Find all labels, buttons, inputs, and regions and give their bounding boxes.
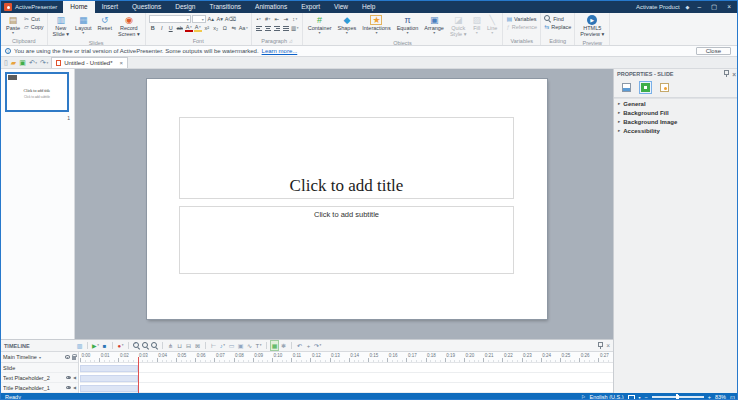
delete-range-button[interactable]: ⊠ <box>194 341 201 350</box>
audio-button[interactable]: ♪▾ <box>219 341 226 350</box>
font-color-button[interactable]: A▾ <box>185 24 193 32</box>
playhead[interactable] <box>138 357 139 394</box>
bullets-button[interactable]: •▾ <box>255 15 263 23</box>
tab-home[interactable]: Home <box>63 1 94 13</box>
add-animation-button[interactable]: + <box>305 341 312 350</box>
font-family-combo[interactable]: ▾ <box>149 15 191 23</box>
tab-insert[interactable]: Insert <box>95 1 125 13</box>
shrink-font-button[interactable]: A▾ <box>216 15 224 23</box>
document-tab[interactable]: Untitled - Untitled* × <box>51 57 128 68</box>
eye-icon[interactable] <box>66 386 71 390</box>
character-spacing-button[interactable]: ⇋ <box>230 24 238 32</box>
timeline-row-title-placeholder-1[interactable]: Title Placeholder_1◀ <box>1 383 78 393</box>
tab-design[interactable]: Design <box>168 1 202 13</box>
container-button[interactable]: #Container▾ <box>306 14 334 36</box>
bold-button[interactable]: B <box>149 24 157 32</box>
underline-button[interactable]: U <box>167 24 175 32</box>
section-background-image[interactable]: ▸Background Image <box>614 117 738 126</box>
open-document-button[interactable]: ▰ <box>11 59 16 66</box>
columns-button[interactable]: ▥▾ <box>291 24 299 32</box>
reset-button[interactable]: ↺Reset <box>96 14 114 32</box>
tab-transitions[interactable]: Transitions <box>202 1 248 13</box>
zoom-out-button[interactable]: − <box>645 394 648 400</box>
dialog-launcher-icon[interactable]: ◿ <box>289 37 292 45</box>
align-justify-button[interactable] <box>282 24 290 32</box>
tab-view[interactable]: View <box>327 1 355 13</box>
paste-button[interactable]: ▤Paste▾ <box>4 14 22 36</box>
cut-range-button[interactable]: ⊟ <box>185 341 192 350</box>
zoom-in-button[interactable]: + <box>133 341 140 350</box>
tab-size-properties[interactable] <box>639 81 652 94</box>
strikethrough-button[interactable]: ab <box>176 24 184 32</box>
tab-export[interactable]: Export <box>294 1 327 13</box>
language-label[interactable]: English (U.S.) <box>590 394 624 400</box>
pan-timeline-button[interactable]: ▥ <box>76 341 83 350</box>
record-narration-button[interactable]: ●▾ <box>117 341 124 350</box>
learn-more-link[interactable]: Learn more... <box>262 48 298 54</box>
subtitle-placeholder[interactable]: Click to add subtitle <box>179 206 514 274</box>
fit-to-window-icon[interactable] <box>628 395 635 400</box>
slide[interactable]: Click to add title Click to add subtitle <box>147 79 547 319</box>
chevron-down-icon[interactable]: ▾ <box>39 355 41 360</box>
interactions-button[interactable]: ★Interactions▾ <box>360 14 392 36</box>
tab-questions[interactable]: Questions <box>125 1 168 13</box>
html5-preview-button[interactable]: ▶HTML5Preview ▾ <box>578 14 606 39</box>
tab-help[interactable]: Help <box>355 1 382 13</box>
section-background-fill[interactable]: ▸Background Fill <box>614 108 738 117</box>
play-button[interactable]: ▶▾ <box>92 341 99 350</box>
slide-thumbnail[interactable]: Click to add title Click to add subtitle <box>5 72 69 112</box>
timeline-bar[interactable] <box>80 365 138 372</box>
find-button[interactable]: Find <box>544 15 571 22</box>
new-slide-button[interactable]: ▥NewSlide ▾ <box>51 14 72 39</box>
close-window-button[interactable]: × <box>725 1 733 13</box>
italic-button[interactable]: I <box>158 24 166 32</box>
zoom-slider-thumb[interactable] <box>676 394 679 400</box>
timeline-settings-button[interactable]: ✱ <box>280 341 287 350</box>
undo-timeline-button[interactable]: ↶ <box>296 341 303 350</box>
insert-image-button[interactable]: ▭ <box>228 341 235 350</box>
numbering-button[interactable]: #▾ <box>264 15 272 23</box>
lock-column-icon[interactable] <box>72 356 77 360</box>
copy-button[interactable]: ▱Copy <box>24 23 43 30</box>
snap-toggle-button[interactable]: ▦ <box>271 341 278 350</box>
split-button[interactable]: ⋔ <box>167 341 174 350</box>
save-document-button[interactable]: ▣ <box>19 59 26 66</box>
timeline-selector[interactable]: Main Timeline <box>3 354 37 360</box>
maximize-button[interactable]: ▢ <box>709 1 719 13</box>
section-accessibility[interactable]: ▸Accessibility <box>614 126 738 135</box>
clear-formatting-button[interactable]: A⌫ <box>225 15 236 23</box>
decrease-indent-button[interactable]: ⇤ <box>273 15 281 23</box>
pin-icon[interactable] <box>723 70 728 78</box>
insert-symbol-button[interactable]: Ω <box>221 24 229 32</box>
timeline-row-text-placeholder-2[interactable]: Text Placeholder_2◀ <box>1 373 78 383</box>
subscript-button[interactable]: x₂ <box>212 24 220 32</box>
join-button[interactable]: ⊔ <box>176 341 183 350</box>
fit-slide-icon[interactable]: ⊡ <box>730 394 735 400</box>
grow-font-button[interactable]: A▴ <box>207 15 215 23</box>
timeline-bar[interactable] <box>80 375 138 382</box>
zoom-slider[interactable] <box>652 396 704 398</box>
increase-indent-button[interactable]: ⇥ <box>282 15 290 23</box>
audio-icon[interactable]: ◀ <box>73 385 76 390</box>
record-screen-button[interactable]: ◉RecordScreen ▾ <box>116 14 142 39</box>
replace-button[interactable]: ⇆Replace <box>544 23 571 30</box>
zoom-percent[interactable]: 83% <box>715 394 726 400</box>
caption-button[interactable]: T▾ <box>255 341 262 350</box>
arrange-button[interactable]: ▣Arrange▾ <box>422 14 446 36</box>
properties-close-icon[interactable]: × <box>732 71 736 78</box>
stop-button[interactable]: ■ <box>101 341 108 350</box>
visibility-column-icon[interactable] <box>65 355 70 359</box>
timeline-ruler[interactable]: 0:000:010:020:030:040:050:060:070:080:09… <box>80 352 613 363</box>
zoom-mode-chevron-icon[interactable]: ▾ <box>639 395 641 400</box>
timeline-pin-icon[interactable] <box>597 342 602 350</box>
audio-wave-button[interactable]: ∿ <box>246 341 253 350</box>
superscript-button[interactable]: x² <box>203 24 211 32</box>
activate-product-link[interactable]: Activate Product <box>636 4 680 10</box>
timeline-bar[interactable] <box>80 385 138 392</box>
zoom-out-button[interactable]: − <box>142 341 149 350</box>
redo-button[interactable]: ↷▾ <box>40 59 48 66</box>
minimize-button[interactable]: – <box>695 1 703 13</box>
new-document-button[interactable]: ▯ <box>4 59 8 66</box>
timeline-close-icon[interactable]: × <box>606 342 610 349</box>
align-left-button[interactable] <box>255 24 263 32</box>
